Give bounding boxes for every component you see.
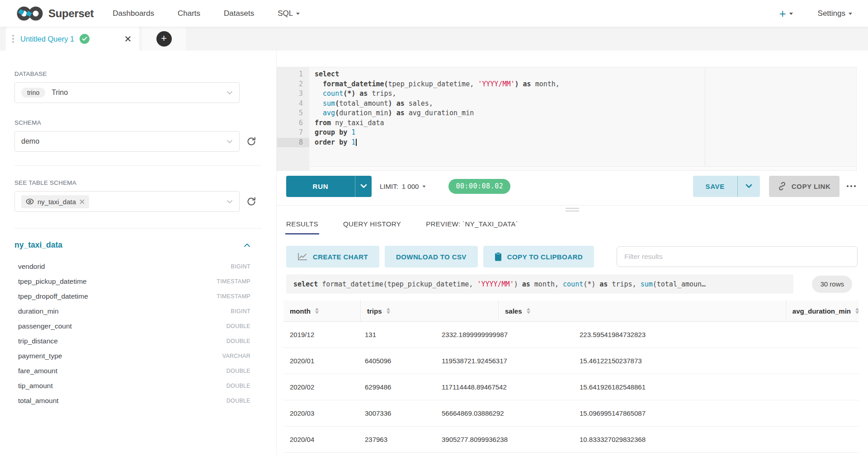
- ellipsis-menu-icon[interactable]: [846, 183, 857, 190]
- save-button[interactable]: SAVE: [693, 176, 737, 197]
- table-row[interactable]: 2020/04 237963 3905277.8099936238 10.833…: [283, 427, 859, 453]
- sort-icon[interactable]: [527, 308, 530, 314]
- query-tabbar: Untitled Query 1 +: [0, 27, 868, 51]
- database-select[interactable]: trino Trino: [14, 82, 240, 103]
- refresh-schema-icon[interactable]: [246, 136, 257, 147]
- nav-charts[interactable]: Charts: [178, 9, 200, 18]
- table-schema-select[interactable]: ny_taxi_data: [14, 191, 240, 212]
- chevron-down-icon: [226, 200, 233, 204]
- cell-month: 2020/01: [283, 357, 359, 365]
- tab-preview[interactable]: PREVIEW: `NY_TAXI_DATA`: [426, 220, 518, 235]
- download-csv-button[interactable]: DOWNLOAD TO CSV: [385, 246, 478, 267]
- tab-query-history[interactable]: QUERY HISTORY: [343, 220, 401, 235]
- refresh-table-icon[interactable]: [246, 196, 257, 207]
- cell-month: 2020/02: [283, 383, 359, 391]
- line-number: 4: [277, 99, 309, 109]
- create-chart-button[interactable]: CREATE CHART: [286, 246, 379, 267]
- table-column-row[interactable]: tpep_dropoff_datetime TIMESTAMP: [14, 289, 250, 304]
- add-tab-icon[interactable]: +: [156, 31, 172, 47]
- table-column-row[interactable]: passenger_count DOUBLE: [14, 319, 250, 333]
- results-tabs: RESULTS QUERY HISTORY PREVIEW: `NY_TAXI_…: [277, 220, 868, 235]
- column-name: total_amount: [18, 397, 59, 405]
- column-type: VARCHAR: [222, 353, 250, 359]
- table-column-row[interactable]: trip_distance DOUBLE: [14, 333, 250, 348]
- column-name: payment_type: [18, 352, 62, 360]
- chevron-down-icon: [849, 13, 852, 17]
- line-number: 1: [277, 70, 309, 80]
- sort-icon[interactable]: [855, 308, 859, 314]
- column-header[interactable]: sales: [498, 300, 786, 321]
- line-number: 8: [277, 138, 309, 148]
- table-column-row[interactable]: total_amount DOUBLE: [14, 393, 250, 408]
- new-item-menu[interactable]: +: [779, 8, 793, 19]
- drag-dots-icon[interactable]: [12, 35, 14, 43]
- sort-icon[interactable]: [387, 308, 390, 314]
- sql-editor[interactable]: 12345678 select format_datetime(tpep_pic…: [277, 67, 857, 171]
- chevron-down-icon: [226, 91, 233, 95]
- line-number: 2: [277, 80, 309, 89]
- column-type: DOUBLE: [226, 338, 250, 344]
- remove-tag-icon[interactable]: [80, 199, 85, 204]
- cell-avg-duration: 10.833327029832368: [573, 436, 859, 443]
- code-line: avg(duration_min) as avg_duration_min: [315, 108, 856, 118]
- tab-results[interactable]: RESULTS: [286, 220, 318, 235]
- code-line: select: [315, 70, 856, 80]
- executed-query-preview[interactable]: select format_datetime(tpep_pickup_datet…: [286, 274, 793, 294]
- table-row[interactable]: 2019/12 131 2332.1899999999987 223.59541…: [283, 322, 859, 348]
- table-row[interactable]: 2020/03 3007336 56664869.03886292 15.096…: [283, 400, 859, 427]
- link-icon: [778, 182, 787, 191]
- superset-brand[interactable]: Superset: [16, 5, 94, 22]
- nav-datasets[interactable]: Datasets: [224, 9, 254, 18]
- column-list: vendorid BIGINT tpep_pickup_datetime TIM…: [14, 259, 250, 408]
- table-column-row[interactable]: vendorid BIGINT: [14, 259, 250, 274]
- nav-sql-menu[interactable]: SQL: [278, 9, 300, 18]
- main-nav: Dashboards Charts Datasets SQL: [113, 9, 300, 18]
- table-name-heading[interactable]: ny_taxi_data: [14, 240, 62, 250]
- column-header[interactable]: avg_duration_min: [786, 300, 859, 321]
- editor-horizontal-scrollbar[interactable]: [309, 166, 856, 170]
- run-button[interactable]: RUN: [286, 176, 355, 197]
- superset-logo-icon: [16, 5, 44, 22]
- chevron-down-icon: [226, 140, 233, 144]
- column-header[interactable]: trips: [360, 300, 498, 321]
- table-column-row[interactable]: payment_type VARCHAR: [14, 348, 250, 363]
- settings-menu[interactable]: Settings: [818, 9, 852, 18]
- code-lines: select format_datetime(tpep_pickup_datet…: [315, 70, 856, 147]
- database-label: DATABASE: [14, 70, 262, 77]
- close-tab-icon[interactable]: [125, 36, 131, 42]
- query-tab-active[interactable]: Untitled Query 1: [6, 27, 139, 51]
- code-line: from ny_taxi_data: [315, 118, 856, 128]
- table-column-row[interactable]: tpep_pickup_datetime TIMESTAMP: [14, 274, 250, 289]
- copy-link-button[interactable]: COPY LINK: [769, 176, 840, 197]
- limit-dropdown[interactable]: LIMIT: 1 000: [380, 183, 426, 190]
- pane-drag-handle[interactable]: [566, 208, 579, 211]
- table-row[interactable]: 2020/02 6299486 117114448.89467542 15.64…: [283, 374, 859, 400]
- save-options-button[interactable]: [737, 176, 760, 197]
- cell-avg-duration: 15.641926182548861: [573, 383, 859, 391]
- run-options-button[interactable]: [355, 176, 372, 197]
- divider: [14, 165, 262, 166]
- sort-icon[interactable]: [315, 308, 319, 314]
- column-type: TIMESTAMP: [217, 278, 250, 285]
- collapse-chevron-up-icon[interactable]: [244, 243, 250, 248]
- column-header[interactable]: month: [283, 300, 360, 321]
- copy-clipboard-button[interactable]: COPY TO CLIPBOARD: [483, 246, 594, 267]
- cell-avg-duration: 15.46122150237873: [573, 357, 859, 365]
- nav-dashboards[interactable]: Dashboards: [113, 9, 154, 18]
- table-column-row[interactable]: tip_amount DOUBLE: [14, 378, 250, 393]
- results-actions: CREATE CHART DOWNLOAD TO CSV COPY TO CLI…: [286, 246, 858, 267]
- editor-code-area[interactable]: select format_datetime(tpep_pickup_datet…: [309, 67, 856, 170]
- column-name: trip_distance: [18, 337, 58, 345]
- column-type: BIGINT: [231, 263, 250, 270]
- filter-results-input[interactable]: [617, 246, 858, 267]
- table-row[interactable]: 2020/01 6405096 119538721.92456317 15.46…: [283, 348, 859, 374]
- column-name: duration_min: [18, 307, 59, 315]
- schema-select[interactable]: demo: [14, 131, 240, 152]
- table-column-row[interactable]: fare_amount DOUBLE: [14, 363, 250, 378]
- cell-trips: 131: [359, 331, 435, 338]
- cell-trips: 3007336: [359, 409, 435, 417]
- table-column-row[interactable]: duration_min BIGINT: [14, 304, 250, 319]
- cell-sales: 119538721.92456317: [435, 357, 573, 365]
- new-query-tab[interactable]: +: [142, 27, 186, 51]
- schema-label: SCHEMA: [14, 119, 262, 126]
